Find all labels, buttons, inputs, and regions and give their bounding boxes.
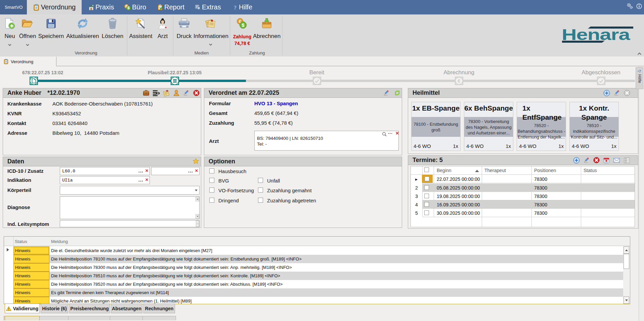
- svg-text:$: $: [128, 6, 130, 10]
- svg-text:$: $: [242, 23, 245, 28]
- svg-text:€: €: [458, 78, 461, 84]
- svg-text:Henara: Henara: [562, 26, 630, 43]
- svg-text:?: ?: [234, 4, 237, 11]
- svg-text:?: ?: [639, 69, 641, 74]
